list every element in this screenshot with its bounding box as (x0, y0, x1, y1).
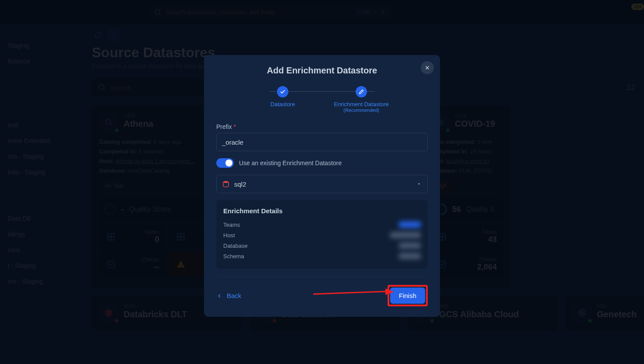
check-icon (277, 86, 288, 97)
close-button[interactable] (421, 61, 434, 74)
chevron-left-icon (216, 293, 222, 299)
chevron-down-icon (416, 181, 422, 187)
annotation-highlight: Finish (388, 285, 428, 306)
modal-title: Add Enrichment Datastore (216, 66, 428, 76)
prefix-label: Prefix* (216, 123, 428, 130)
step-enrichment[interactable]: Enrichment Datastore (Recommended) (322, 86, 401, 113)
svg-line-41 (313, 291, 385, 294)
step-datastore[interactable]: Datastore (243, 86, 322, 107)
database-icon (222, 180, 230, 188)
prefix-input[interactable] (216, 133, 428, 151)
edit-icon (356, 86, 367, 97)
datastore-select[interactable]: sql2 (216, 175, 428, 193)
modal-overlay: Add Enrichment Datastore Datastore Enric… (0, 0, 644, 364)
svg-point-40 (223, 181, 229, 183)
annotation-arrow (313, 288, 396, 301)
enrichment-details: Enrichment Details Teams Host Database S… (216, 200, 428, 269)
back-button[interactable]: Back (216, 292, 241, 299)
finish-button[interactable]: Finish (390, 288, 425, 304)
stepper: Datastore Enrichment Datastore (Recommen… (216, 86, 428, 113)
use-existing-toggle[interactable] (216, 158, 234, 168)
toggle-label: Use an existing Enrichment Datastore (239, 159, 342, 166)
add-enrichment-modal: Add Enrichment Datastore Datastore Enric… (204, 55, 440, 317)
close-icon (424, 65, 430, 71)
